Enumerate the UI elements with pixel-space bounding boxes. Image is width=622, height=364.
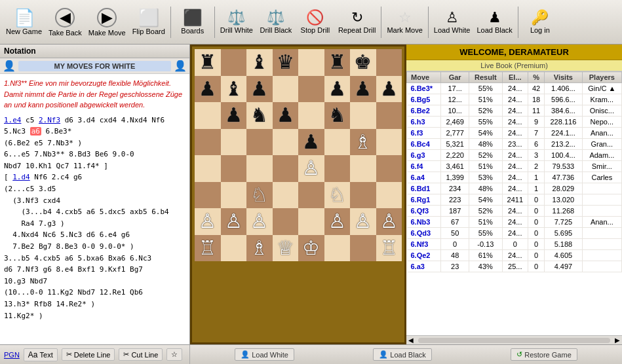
delete-line-button[interactable]: ✂ Delete Line	[62, 348, 115, 361]
square-c5[interactable]	[246, 129, 273, 156]
load-black-button[interactable]: ♟ Load Black	[473, 3, 515, 42]
stop-drill-button[interactable]: 🚫 Stop Drill	[296, 3, 335, 42]
drill-black-button[interactable]: ⚖️ Drill Black	[256, 3, 296, 42]
square-e7[interactable]	[298, 76, 324, 103]
square-h5[interactable]	[376, 129, 402, 156]
login-button[interactable]: 🔑 Log in	[520, 3, 560, 42]
scroll-right-btn[interactable]: ▶	[613, 337, 622, 344]
cell-move[interactable]: 6.Be3*	[407, 83, 441, 94]
square-f4[interactable]	[324, 155, 351, 182]
table-row[interactable]: 6.Nf30-0.13005.188	[407, 239, 622, 250]
table-row[interactable]: 6.f43,46151%24...279.533Smir...	[407, 161, 622, 172]
boards-button[interactable]: ⬛ Boards	[173, 3, 212, 42]
square-c1[interactable]: ♗	[246, 235, 273, 262]
square-c4[interactable]	[246, 155, 273, 182]
cell-move[interactable]: 6.Bd1	[407, 183, 441, 194]
square-d1[interactable]: ♕	[273, 235, 299, 262]
square-d5[interactable]	[273, 129, 299, 156]
square-f6[interactable]: ♞	[324, 102, 351, 129]
square-g1[interactable]	[350, 235, 376, 262]
square-d4[interactable]	[273, 155, 299, 182]
square-g5[interactable]: ♗	[350, 129, 376, 156]
square-d6[interactable]: ♟	[273, 102, 299, 129]
table-row[interactable]: 6.a41,39953%24...147.736Carles	[407, 172, 622, 183]
col-players[interactable]: Players	[582, 72, 621, 83]
table-row[interactable]: 6.Bc45,32148%23...6213.2...Gran...	[407, 139, 622, 150]
table-row[interactable]: 6.Nb36751%24...07.725Anan...	[407, 217, 622, 228]
cell-move[interactable]: 6.a4	[407, 172, 441, 183]
square-f3[interactable]: ♘	[324, 182, 351, 209]
square-h2[interactable]: ♙	[376, 208, 402, 235]
status-load-white-button[interactable]: 👤 Load White	[235, 348, 294, 361]
notation-scroll[interactable]: 1.Nf3** Eine von mir bevorzugte flexible…	[0, 74, 189, 344]
square-f7[interactable]: ♟	[324, 76, 351, 103]
table-row[interactable]: 6.g32,22052%24...3100.4...Adam...	[407, 150, 622, 161]
table-row[interactable]: 6.Qe24861%24...04.605	[407, 250, 622, 261]
drill-white-button[interactable]: ⚖️ Drill White	[217, 3, 256, 42]
square-b2[interactable]: ♙	[221, 208, 247, 235]
square-g8[interactable]: ♚	[350, 49, 376, 76]
square-b4[interactable]	[221, 155, 247, 182]
square-d7[interactable]	[273, 76, 299, 103]
bookmark-button[interactable]: ☆	[166, 348, 182, 361]
square-a7[interactable]: ♟	[195, 76, 221, 103]
scroll-left-btn[interactable]: ◀	[406, 337, 416, 344]
cell-move[interactable]: 6.h3	[407, 117, 441, 128]
square-h1[interactable]: ♖	[376, 235, 402, 262]
table-row[interactable]: 6.Bg512...51%24...18596.6...Kram...	[407, 94, 622, 105]
cell-move[interactable]: 6.f3	[407, 128, 441, 139]
text-button[interactable]: Aa Text	[24, 348, 58, 361]
square-g2[interactable]: ♙	[350, 208, 376, 235]
square-f8[interactable]: ♜	[324, 49, 351, 76]
square-c8[interactable]: ♝	[246, 49, 273, 76]
cell-move[interactable]: 6.Qf3	[407, 206, 441, 217]
cell-move[interactable]: 6.Nf3	[407, 239, 441, 250]
col-result[interactable]: Result	[469, 72, 502, 83]
square-h4[interactable]	[376, 155, 402, 182]
square-g6[interactable]	[350, 102, 376, 129]
square-a5[interactable]	[195, 129, 221, 156]
square-b8[interactable]	[221, 49, 247, 76]
livebook-scrollbar[interactable]: ◀ ▶	[406, 335, 622, 344]
make-move-button[interactable]: ▶ Make Move	[85, 3, 129, 42]
new-game-button[interactable]: 📄 New Game	[3, 3, 45, 42]
move-e4[interactable]: 1.e4	[4, 116, 22, 124]
move-nf3[interactable]: 2.Nf3	[39, 116, 60, 124]
square-h6[interactable]	[376, 102, 402, 129]
cell-move[interactable]: 6.Qe2	[407, 250, 441, 261]
table-row[interactable]: 6.Be3*17...55%24...421.406...Gin/C ▲	[407, 83, 622, 94]
col-el[interactable]: El...	[502, 72, 528, 83]
table-row[interactable]: 6.Rg122354%2411013.020	[407, 194, 622, 206]
square-h3[interactable]	[376, 182, 402, 209]
square-c7[interactable]: ♟	[246, 76, 273, 103]
square-h7[interactable]: ♟	[376, 76, 402, 103]
square-c3[interactable]: ♘	[246, 182, 273, 209]
cell-move[interactable]: 6.Qd3	[407, 228, 441, 239]
square-e8[interactable]	[298, 49, 324, 76]
table-row[interactable]: 6.Bd123448%24...128.029	[407, 183, 622, 194]
cut-line-button[interactable]: ✂ Cut Line	[119, 348, 163, 361]
square-a4[interactable]	[195, 155, 221, 182]
square-e3[interactable]	[298, 182, 324, 209]
load-white-button[interactable]: ♙ Load White	[431, 3, 474, 42]
square-b3[interactable]	[221, 182, 247, 209]
chess-board[interactable]: ♜♝♛♜♚♟♝♟♟♟♟♟♞♟♞♟♗♙♘♘♙♙♙♙♙♙♖♗♕♔♖	[195, 49, 402, 261]
col-move[interactable]: Move	[407, 72, 441, 83]
restore-game-button[interactable]: ↺ Restore Game	[511, 348, 577, 361]
move-a6[interactable]: a6	[30, 127, 41, 136]
square-f2[interactable]: ♙	[324, 208, 351, 235]
square-e5[interactable]: ♟	[298, 129, 324, 156]
cell-move[interactable]: 6.f4	[407, 161, 441, 172]
square-g3[interactable]	[350, 182, 376, 209]
cell-move[interactable]: 6.Bc4	[407, 139, 441, 150]
mark-move-button[interactable]: ☆ Mark Move	[383, 3, 425, 42]
square-a8[interactable]: ♜	[195, 49, 221, 76]
cell-move[interactable]: 6.Rg1	[407, 194, 441, 206]
take-back-button[interactable]: ◀ Take Back	[45, 3, 85, 42]
square-e1[interactable]: ♔	[298, 235, 324, 262]
square-a1[interactable]: ♖	[195, 235, 221, 262]
square-d8[interactable]: ♛	[273, 49, 299, 76]
square-b7[interactable]: ♝	[221, 76, 247, 103]
table-row[interactable]: 6.a32343%25...04.497	[407, 261, 622, 272]
status-load-black-button[interactable]: 👤 Load Black	[373, 348, 431, 361]
